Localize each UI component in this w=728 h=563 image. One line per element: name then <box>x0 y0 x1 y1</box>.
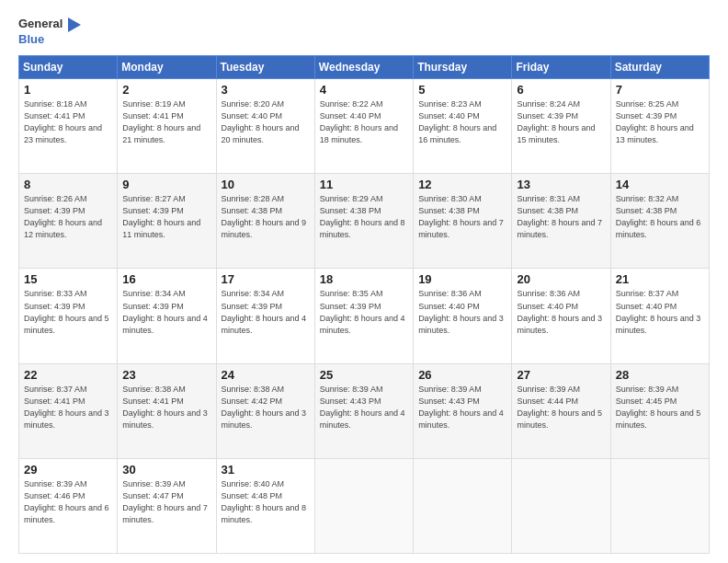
day-number: 27 <box>517 368 605 382</box>
day-info: Sunrise: 8:36 AMSunset: 4:40 PMDaylight:… <box>517 288 605 336</box>
calendar-cell: 15Sunrise: 8:33 AMSunset: 4:39 PMDayligh… <box>19 269 118 363</box>
calendar-cell: 20Sunrise: 8:36 AMSunset: 4:40 PMDayligh… <box>512 269 610 363</box>
day-number: 4 <box>320 83 408 97</box>
day-number: 22 <box>24 368 112 382</box>
day-number: 21 <box>616 272 704 286</box>
day-number: 2 <box>122 83 210 97</box>
day-number: 17 <box>222 272 310 286</box>
day-number: 11 <box>320 178 408 191</box>
calendar-header-friday: Friday <box>512 56 610 79</box>
calendar-cell <box>314 458 413 553</box>
day-info: Sunrise: 8:32 AMSunset: 4:38 PMDaylight:… <box>616 193 704 241</box>
day-number: 24 <box>222 368 310 382</box>
calendar-cell: 6Sunrise: 8:24 AMSunset: 4:39 PMDaylight… <box>512 79 610 174</box>
calendar-week-2: 8Sunrise: 8:26 AMSunset: 4:39 PMDaylight… <box>19 174 710 269</box>
day-info: Sunrise: 8:38 AMSunset: 4:41 PMDaylight:… <box>122 384 210 431</box>
calendar-cell: 22Sunrise: 8:37 AMSunset: 4:41 PMDayligh… <box>19 363 118 458</box>
calendar-cell: 13Sunrise: 8:31 AMSunset: 4:38 PMDayligh… <box>512 174 610 269</box>
calendar-cell: 21Sunrise: 8:37 AMSunset: 4:40 PMDayligh… <box>610 269 709 363</box>
calendar-week-4: 22Sunrise: 8:37 AMSunset: 4:41 PMDayligh… <box>19 363 710 458</box>
calendar-header-tuesday: Tuesday <box>216 56 314 79</box>
calendar-header-wednesday: Wednesday <box>314 56 413 79</box>
day-number: 25 <box>320 368 408 382</box>
day-number: 19 <box>418 272 506 286</box>
day-number: 29 <box>24 463 112 477</box>
logo: General Blue <box>18 17 81 46</box>
day-info: Sunrise: 8:31 AMSunset: 4:38 PMDaylight:… <box>517 193 605 241</box>
calendar-cell: 3Sunrise: 8:20 AMSunset: 4:40 PMDaylight… <box>216 79 314 174</box>
calendar-cell: 29Sunrise: 8:39 AMSunset: 4:46 PMDayligh… <box>19 458 118 553</box>
calendar-cell: 31Sunrise: 8:40 AMSunset: 4:48 PMDayligh… <box>216 458 314 553</box>
calendar-cell: 10Sunrise: 8:28 AMSunset: 4:38 PMDayligh… <box>216 174 314 269</box>
day-number: 13 <box>517 178 605 191</box>
day-info: Sunrise: 8:27 AMSunset: 4:39 PMDaylight:… <box>122 193 210 241</box>
calendar-cell: 4Sunrise: 8:22 AMSunset: 4:40 PMDaylight… <box>314 79 413 174</box>
calendar-week-3: 15Sunrise: 8:33 AMSunset: 4:39 PMDayligh… <box>19 269 710 363</box>
calendar-cell: 18Sunrise: 8:35 AMSunset: 4:39 PMDayligh… <box>314 269 413 363</box>
calendar-cell: 23Sunrise: 8:38 AMSunset: 4:41 PMDayligh… <box>118 363 216 458</box>
day-number: 31 <box>222 463 310 477</box>
calendar-cell: 26Sunrise: 8:39 AMSunset: 4:43 PMDayligh… <box>414 363 512 458</box>
logo-text-block: General Blue <box>18 17 81 46</box>
day-info: Sunrise: 8:34 AMSunset: 4:39 PMDaylight:… <box>222 288 310 336</box>
calendar-cell: 14Sunrise: 8:32 AMSunset: 4:38 PMDayligh… <box>610 174 709 269</box>
calendar-header-thursday: Thursday <box>414 56 512 79</box>
calendar-header-row: SundayMondayTuesdayWednesdayThursdayFrid… <box>19 56 710 79</box>
logo-line2: Blue <box>18 32 81 47</box>
day-number: 30 <box>122 463 210 477</box>
calendar-cell: 11Sunrise: 8:29 AMSunset: 4:38 PMDayligh… <box>314 174 413 269</box>
calendar-week-1: 1Sunrise: 8:18 AMSunset: 4:41 PMDaylight… <box>19 79 710 174</box>
calendar-cell: 2Sunrise: 8:19 AMSunset: 4:41 PMDaylight… <box>118 79 216 174</box>
day-number: 26 <box>418 368 506 382</box>
day-number: 5 <box>418 83 506 97</box>
page: General Blue SundayMondayTuesdayWednesda… <box>0 0 728 563</box>
day-number: 7 <box>616 83 704 97</box>
day-number: 20 <box>517 272 605 286</box>
day-number: 16 <box>122 272 210 286</box>
calendar-cell: 17Sunrise: 8:34 AMSunset: 4:39 PMDayligh… <box>216 269 314 363</box>
day-info: Sunrise: 8:19 AMSunset: 4:41 PMDaylight:… <box>122 98 210 146</box>
day-info: Sunrise: 8:39 AMSunset: 4:44 PMDaylight:… <box>517 384 605 431</box>
calendar-week-5: 29Sunrise: 8:39 AMSunset: 4:46 PMDayligh… <box>19 458 710 553</box>
day-info: Sunrise: 8:35 AMSunset: 4:39 PMDaylight:… <box>320 288 408 336</box>
calendar-cell: 30Sunrise: 8:39 AMSunset: 4:47 PMDayligh… <box>118 458 216 553</box>
day-number: 8 <box>24 178 112 191</box>
day-info: Sunrise: 8:24 AMSunset: 4:39 PMDaylight:… <box>517 98 605 146</box>
logo-line1: General <box>18 17 81 32</box>
day-info: Sunrise: 8:39 AMSunset: 4:43 PMDaylight:… <box>418 384 506 431</box>
day-info: Sunrise: 8:40 AMSunset: 4:48 PMDaylight:… <box>222 478 310 526</box>
calendar-cell: 28Sunrise: 8:39 AMSunset: 4:45 PMDayligh… <box>610 363 709 458</box>
day-number: 6 <box>517 83 605 97</box>
day-info: Sunrise: 8:22 AMSunset: 4:40 PMDaylight:… <box>320 98 408 146</box>
calendar-cell: 25Sunrise: 8:39 AMSunset: 4:43 PMDayligh… <box>314 363 413 458</box>
calendar-cell: 24Sunrise: 8:38 AMSunset: 4:42 PMDayligh… <box>216 363 314 458</box>
day-number: 28 <box>616 368 704 382</box>
day-info: Sunrise: 8:25 AMSunset: 4:39 PMDaylight:… <box>616 98 704 146</box>
day-info: Sunrise: 8:23 AMSunset: 4:40 PMDaylight:… <box>418 98 506 146</box>
day-info: Sunrise: 8:20 AMSunset: 4:40 PMDaylight:… <box>222 98 310 146</box>
day-info: Sunrise: 8:18 AMSunset: 4:41 PMDaylight:… <box>24 98 112 146</box>
calendar-cell <box>512 458 610 553</box>
calendar-cell <box>414 458 512 553</box>
day-info: Sunrise: 8:28 AMSunset: 4:38 PMDaylight:… <box>222 193 310 241</box>
day-info: Sunrise: 8:37 AMSunset: 4:40 PMDaylight:… <box>616 288 704 336</box>
day-info: Sunrise: 8:39 AMSunset: 4:45 PMDaylight:… <box>616 384 704 431</box>
calendar-cell: 27Sunrise: 8:39 AMSunset: 4:44 PMDayligh… <box>512 363 610 458</box>
day-info: Sunrise: 8:29 AMSunset: 4:38 PMDaylight:… <box>320 193 408 241</box>
calendar-header-saturday: Saturday <box>610 56 709 79</box>
day-info: Sunrise: 8:39 AMSunset: 4:46 PMDaylight:… <box>24 478 112 526</box>
calendar-header-monday: Monday <box>118 56 216 79</box>
day-info: Sunrise: 8:30 AMSunset: 4:38 PMDaylight:… <box>418 193 506 241</box>
day-info: Sunrise: 8:33 AMSunset: 4:39 PMDaylight:… <box>24 288 112 336</box>
day-info: Sunrise: 8:34 AMSunset: 4:39 PMDaylight:… <box>122 288 210 336</box>
day-number: 10 <box>222 178 310 191</box>
calendar-cell: 8Sunrise: 8:26 AMSunset: 4:39 PMDaylight… <box>19 174 118 269</box>
day-number: 3 <box>222 83 310 97</box>
day-info: Sunrise: 8:26 AMSunset: 4:39 PMDaylight:… <box>24 193 112 241</box>
day-number: 12 <box>418 178 506 191</box>
calendar-cell: 9Sunrise: 8:27 AMSunset: 4:39 PMDaylight… <box>118 174 216 269</box>
day-info: Sunrise: 8:39 AMSunset: 4:47 PMDaylight:… <box>122 478 210 526</box>
header: General Blue <box>18 17 710 46</box>
calendar-cell: 7Sunrise: 8:25 AMSunset: 4:39 PMDaylight… <box>610 79 709 174</box>
calendar-cell: 16Sunrise: 8:34 AMSunset: 4:39 PMDayligh… <box>118 269 216 363</box>
